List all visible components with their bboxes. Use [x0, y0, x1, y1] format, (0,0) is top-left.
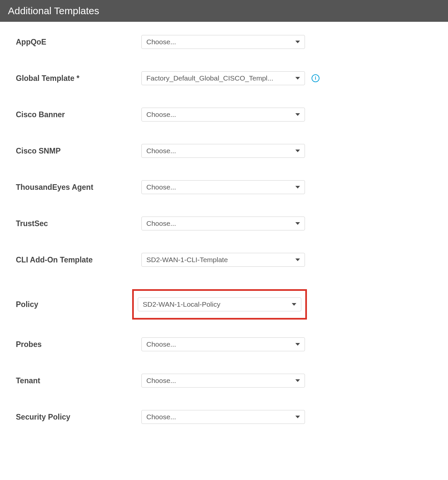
label-security-policy: Security Policy	[16, 413, 141, 422]
select-security-policy[interactable]: Choose...	[141, 410, 305, 424]
select-thousandeyes[interactable]: Choose...	[141, 180, 305, 194]
field-trustsec: TrustSec Choose...	[16, 217, 432, 230]
caret-down-icon	[295, 222, 300, 225]
field-cisco-snmp: Cisco SNMP Choose...	[16, 144, 432, 158]
field-tenant: Tenant Choose...	[16, 374, 432, 388]
label-tenant: Tenant	[16, 376, 141, 385]
select-global-template-value: Factory_Default_Global_CISCO_Templ...	[146, 74, 295, 82]
info-icon[interactable]: i	[312, 74, 319, 82]
label-appqoe: AppQoE	[16, 38, 141, 47]
caret-down-icon	[295, 416, 300, 418]
select-cli-addon-value: SD2-WAN-1-CLI-Template	[146, 256, 295, 264]
caret-down-icon	[295, 343, 300, 346]
field-cisco-banner: Cisco Banner Choose...	[16, 108, 432, 121]
select-trustsec[interactable]: Choose...	[141, 217, 305, 230]
caret-down-icon	[295, 77, 300, 80]
label-probes: Probes	[16, 340, 141, 349]
section-header: Additional Templates	[0, 0, 448, 22]
field-probes: Probes Choose...	[16, 337, 432, 351]
caret-down-icon	[295, 186, 300, 189]
field-cli-addon: CLI Add-On Template SD2-WAN-1-CLI-Templa…	[16, 253, 432, 267]
select-cisco-snmp[interactable]: Choose...	[141, 144, 305, 158]
caret-down-icon	[295, 379, 300, 382]
select-tenant-value: Choose...	[146, 377, 295, 385]
select-probes-value: Choose...	[146, 340, 295, 348]
label-cli-addon: CLI Add-On Template	[16, 256, 141, 264]
select-appqoe-value: Choose...	[146, 38, 295, 46]
label-cisco-banner: Cisco Banner	[16, 110, 141, 119]
caret-down-icon	[295, 258, 300, 261]
select-probes[interactable]: Choose...	[141, 337, 305, 351]
field-global-template: Global Template * Factory_Default_Global…	[16, 71, 432, 85]
select-trustsec-value: Choose...	[146, 220, 295, 227]
label-thousandeyes: ThousandEyes Agent	[16, 183, 141, 192]
field-appqoe: AppQoE Choose...	[16, 35, 432, 49]
label-trustsec: TrustSec	[16, 219, 141, 228]
field-policy: Policy SD2-WAN-1-Local-Policy	[16, 289, 432, 320]
label-policy: Policy	[16, 300, 137, 309]
form-container: AppQoE Choose... Global Template * Facto…	[0, 22, 448, 456]
caret-down-icon	[295, 150, 300, 152]
label-global-template: Global Template *	[16, 74, 141, 83]
policy-highlight: SD2-WAN-1-Local-Policy	[132, 289, 307, 320]
select-policy[interactable]: SD2-WAN-1-Local-Policy	[138, 297, 301, 311]
field-security-policy: Security Policy Choose...	[16, 410, 432, 424]
label-cisco-snmp: Cisco SNMP	[16, 147, 141, 155]
select-cisco-snmp-value: Choose...	[146, 147, 295, 155]
select-cisco-banner[interactable]: Choose...	[141, 108, 305, 121]
select-cisco-banner-value: Choose...	[146, 111, 295, 119]
section-title: Additional Templates	[8, 5, 99, 16]
select-global-template[interactable]: Factory_Default_Global_CISCO_Templ...	[141, 71, 305, 85]
select-tenant[interactable]: Choose...	[141, 374, 305, 388]
caret-down-icon	[292, 303, 296, 306]
select-cli-addon[interactable]: SD2-WAN-1-CLI-Template	[141, 253, 305, 267]
caret-down-icon	[295, 41, 300, 43]
select-appqoe[interactable]: Choose...	[141, 35, 305, 49]
select-thousandeyes-value: Choose...	[146, 183, 295, 191]
select-security-policy-value: Choose...	[146, 413, 295, 421]
caret-down-icon	[295, 113, 300, 116]
field-thousandeyes: ThousandEyes Agent Choose...	[16, 180, 432, 194]
select-policy-value: SD2-WAN-1-Local-Policy	[143, 300, 292, 308]
